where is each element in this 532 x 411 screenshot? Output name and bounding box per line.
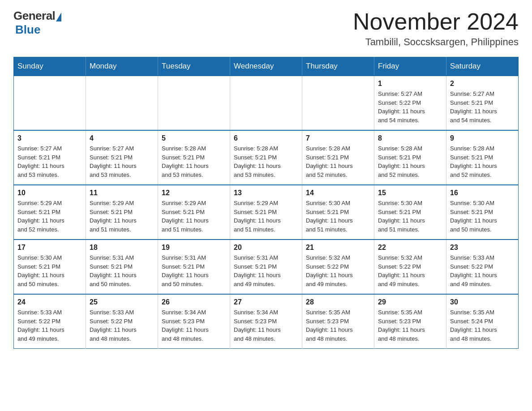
calendar-cell: 30Sunrise: 5:35 AMSunset: 5:24 PMDayligh… (446, 294, 519, 349)
day-info: Sunrise: 5:28 AMSunset: 5:21 PMDaylight:… (378, 144, 442, 179)
calendar-cell: 18Sunrise: 5:31 AMSunset: 5:21 PMDayligh… (86, 240, 158, 294)
day-number: 12 (162, 189, 226, 197)
weekday-header-thursday: Thursday (302, 57, 374, 76)
day-info: Sunrise: 5:28 AMSunset: 5:21 PMDaylight:… (306, 144, 370, 179)
calendar-cell: 2Sunrise: 5:27 AMSunset: 5:21 PMDaylight… (446, 76, 519, 130)
day-number: 10 (17, 189, 82, 197)
day-info: Sunrise: 5:29 AMSunset: 5:21 PMDaylight:… (17, 199, 82, 234)
day-number: 21 (306, 244, 370, 252)
day-number: 5 (162, 134, 226, 142)
calendar-week-row: 10Sunrise: 5:29 AMSunset: 5:21 PMDayligh… (14, 185, 519, 240)
day-number: 22 (378, 244, 442, 252)
day-number: 14 (306, 189, 370, 197)
day-number: 20 (234, 244, 298, 252)
weekday-header-saturday: Saturday (446, 57, 519, 76)
day-number: 17 (17, 244, 82, 252)
calendar-cell: 6Sunrise: 5:28 AMSunset: 5:21 PMDaylight… (230, 130, 302, 185)
day-info: Sunrise: 5:35 AMSunset: 5:23 PMDaylight:… (306, 308, 370, 343)
calendar-cell: 9Sunrise: 5:28 AMSunset: 5:21 PMDaylight… (446, 130, 519, 185)
day-number: 9 (450, 134, 515, 142)
day-number: 23 (450, 244, 515, 252)
calendar-cell: 8Sunrise: 5:28 AMSunset: 5:21 PMDaylight… (374, 130, 446, 185)
weekday-header-tuesday: Tuesday (158, 57, 230, 76)
day-info: Sunrise: 5:32 AMSunset: 5:22 PMDaylight:… (378, 253, 442, 288)
page-header: General Blue November 2024 Tambilil, Soc… (13, 9, 519, 48)
day-info: Sunrise: 5:33 AMSunset: 5:22 PMDaylight:… (17, 308, 82, 343)
day-number: 11 (90, 189, 154, 197)
day-number: 28 (306, 298, 370, 306)
day-info: Sunrise: 5:34 AMSunset: 5:23 PMDaylight:… (162, 308, 226, 343)
calendar-cell: 11Sunrise: 5:29 AMSunset: 5:21 PMDayligh… (86, 185, 158, 240)
calendar-cell: 28Sunrise: 5:35 AMSunset: 5:23 PMDayligh… (302, 294, 374, 349)
calendar-cell (158, 76, 230, 130)
calendar-week-row: 17Sunrise: 5:30 AMSunset: 5:21 PMDayligh… (14, 240, 519, 294)
day-info: Sunrise: 5:27 AMSunset: 5:21 PMDaylight:… (17, 144, 82, 179)
day-info: Sunrise: 5:27 AMSunset: 5:21 PMDaylight:… (450, 90, 515, 124)
day-number: 2 (450, 80, 515, 88)
calendar-cell: 7Sunrise: 5:28 AMSunset: 5:21 PMDaylight… (302, 130, 374, 185)
day-info: Sunrise: 5:29 AMSunset: 5:21 PMDaylight:… (90, 199, 154, 234)
logo-triangle-icon (56, 13, 61, 21)
calendar-cell (302, 76, 374, 130)
day-info: Sunrise: 5:28 AMSunset: 5:21 PMDaylight:… (234, 144, 298, 179)
logo: General Blue (13, 9, 61, 37)
calendar-week-row: 1Sunrise: 5:27 AMSunset: 5:22 PMDaylight… (14, 76, 519, 130)
calendar-cell: 21Sunrise: 5:32 AMSunset: 5:22 PMDayligh… (302, 240, 374, 294)
weekday-header-sunday: Sunday (14, 57, 86, 76)
calendar-cell: 20Sunrise: 5:31 AMSunset: 5:21 PMDayligh… (230, 240, 302, 294)
logo-general-text: General (13, 9, 55, 23)
day-number: 25 (90, 298, 154, 306)
day-info: Sunrise: 5:29 AMSunset: 5:21 PMDaylight:… (162, 199, 226, 234)
page-title: November 2024 (353, 9, 519, 34)
calendar-cell (14, 76, 86, 130)
calendar-cell: 17Sunrise: 5:30 AMSunset: 5:21 PMDayligh… (14, 240, 86, 294)
weekday-header-monday: Monday (86, 57, 158, 76)
logo-blue-text: Blue (15, 23, 40, 37)
calendar-cell: 25Sunrise: 5:33 AMSunset: 5:22 PMDayligh… (86, 294, 158, 349)
calendar-cell: 26Sunrise: 5:34 AMSunset: 5:23 PMDayligh… (158, 294, 230, 349)
weekday-header-wednesday: Wednesday (230, 57, 302, 76)
day-info: Sunrise: 5:27 AMSunset: 5:21 PMDaylight:… (90, 144, 154, 179)
calendar-week-row: 3Sunrise: 5:27 AMSunset: 5:21 PMDaylight… (14, 130, 519, 185)
day-number: 15 (378, 189, 442, 197)
day-number: 29 (378, 298, 442, 306)
calendar-cell: 22Sunrise: 5:32 AMSunset: 5:22 PMDayligh… (374, 240, 446, 294)
day-number: 16 (450, 189, 515, 197)
calendar-cell: 4Sunrise: 5:27 AMSunset: 5:21 PMDaylight… (86, 130, 158, 185)
day-number: 13 (234, 189, 298, 197)
weekday-header-friday: Friday (374, 57, 446, 76)
day-info: Sunrise: 5:31 AMSunset: 5:21 PMDaylight:… (234, 253, 298, 288)
calendar-cell: 15Sunrise: 5:30 AMSunset: 5:21 PMDayligh… (374, 185, 446, 240)
day-number: 19 (162, 244, 226, 252)
day-number: 4 (90, 134, 154, 142)
day-info: Sunrise: 5:35 AMSunset: 5:23 PMDaylight:… (378, 308, 442, 343)
day-info: Sunrise: 5:33 AMSunset: 5:22 PMDaylight:… (450, 253, 515, 288)
day-number: 26 (162, 298, 226, 306)
calendar-cell: 16Sunrise: 5:30 AMSunset: 5:21 PMDayligh… (446, 185, 519, 240)
day-info: Sunrise: 5:31 AMSunset: 5:21 PMDaylight:… (162, 253, 226, 288)
day-number: 3 (17, 134, 82, 142)
calendar-cell (230, 76, 302, 130)
day-info: Sunrise: 5:30 AMSunset: 5:21 PMDaylight:… (306, 199, 370, 234)
calendar-cell: 29Sunrise: 5:35 AMSunset: 5:23 PMDayligh… (374, 294, 446, 349)
calendar-cell: 10Sunrise: 5:29 AMSunset: 5:21 PMDayligh… (14, 185, 86, 240)
day-info: Sunrise: 5:27 AMSunset: 5:22 PMDaylight:… (378, 90, 442, 124)
day-info: Sunrise: 5:28 AMSunset: 5:21 PMDaylight:… (162, 144, 226, 179)
day-info: Sunrise: 5:34 AMSunset: 5:23 PMDaylight:… (234, 308, 298, 343)
day-number: 8 (378, 134, 442, 142)
calendar-cell: 19Sunrise: 5:31 AMSunset: 5:21 PMDayligh… (158, 240, 230, 294)
day-number: 7 (306, 134, 370, 142)
calendar-cell: 14Sunrise: 5:30 AMSunset: 5:21 PMDayligh… (302, 185, 374, 240)
day-number: 24 (17, 298, 82, 306)
calendar-cell: 13Sunrise: 5:29 AMSunset: 5:21 PMDayligh… (230, 185, 302, 240)
calendar-cell: 24Sunrise: 5:33 AMSunset: 5:22 PMDayligh… (14, 294, 86, 349)
day-info: Sunrise: 5:31 AMSunset: 5:21 PMDaylight:… (90, 253, 154, 288)
day-number: 27 (234, 298, 298, 306)
calendar-cell: 12Sunrise: 5:29 AMSunset: 5:21 PMDayligh… (158, 185, 230, 240)
calendar-week-row: 24Sunrise: 5:33 AMSunset: 5:22 PMDayligh… (14, 294, 519, 349)
location-subtitle: Tambilil, Soccsksargen, Philippines (353, 36, 519, 48)
day-info: Sunrise: 5:32 AMSunset: 5:22 PMDaylight:… (306, 253, 370, 288)
calendar-cell (86, 76, 158, 130)
calendar-cell: 3Sunrise: 5:27 AMSunset: 5:21 PMDaylight… (14, 130, 86, 185)
calendar-cell: 5Sunrise: 5:28 AMSunset: 5:21 PMDaylight… (158, 130, 230, 185)
